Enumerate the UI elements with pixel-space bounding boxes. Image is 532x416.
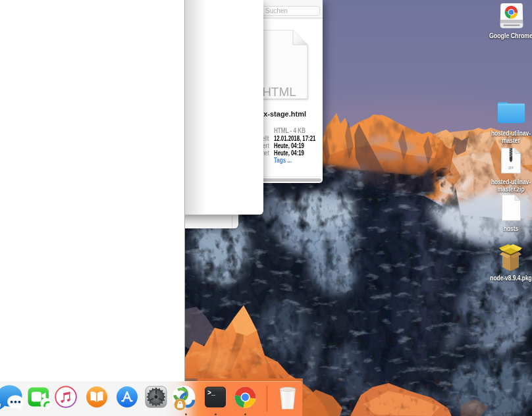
svg-text:ZIP: ZIP bbox=[508, 166, 514, 170]
svg-text:>_: >_ bbox=[207, 390, 216, 397]
svg-text:HTML: HTML bbox=[262, 85, 296, 99]
